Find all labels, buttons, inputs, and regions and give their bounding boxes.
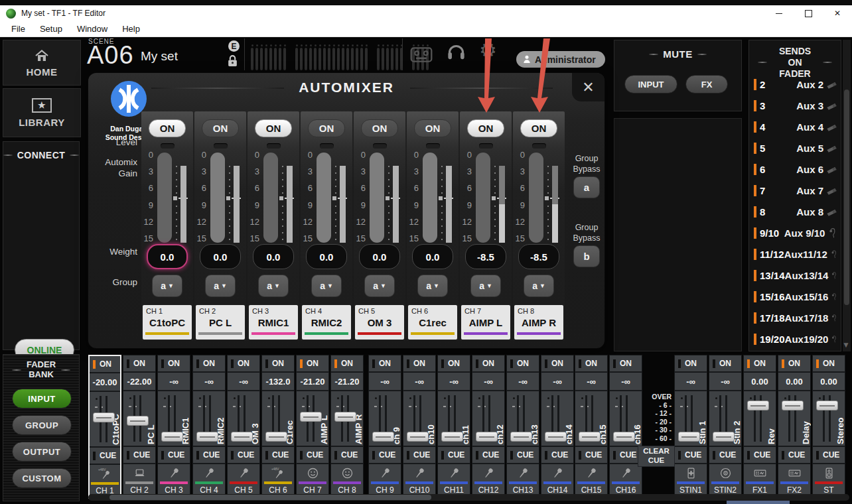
strip-on-button[interactable]: ON <box>709 355 741 373</box>
close-button[interactable]: ✕ <box>823 5 852 21</box>
strip-cue-button[interactable]: CUE <box>123 447 155 464</box>
fader-strip-ch6[interactable]: ON-132.0C1recCUE+48VCH 6 <box>261 355 295 499</box>
group-select-button[interactable]: a▼ <box>417 275 448 297</box>
strip-on-button[interactable]: ON <box>778 355 810 373</box>
fader-strip-stin1[interactable]: ON-∞StIn 1CUESTIN1 <box>674 355 707 499</box>
fader-strip-ch16[interactable]: ON-∞ch16CUECH16 <box>609 355 642 499</box>
strip-on-button[interactable]: ON <box>331 355 363 373</box>
strip-on-button[interactable]: ON <box>228 355 259 373</box>
fader-strip-ch14[interactable]: ON-∞ch14CUECH14 <box>541 355 574 499</box>
fader-knob[interactable] <box>300 412 322 422</box>
strip-on-button[interactable]: ON <box>158 355 190 373</box>
group-bypass-b-button[interactable]: b <box>573 245 600 267</box>
fader-strip-ch13[interactable]: ON-∞ch13CUECH13 <box>506 355 539 499</box>
fader-strip-ch15[interactable]: ON-∞ch15CUECH15 <box>575 355 608 499</box>
send-item-13-14[interactable]: 13/14Aux13/14 <box>749 265 841 286</box>
group-select-button[interactable]: a▼ <box>311 275 342 297</box>
fader-knob[interactable] <box>476 432 498 442</box>
strip-cue-button[interactable]: CUE <box>90 448 120 465</box>
minimize-button[interactable] <box>764 5 794 21</box>
strip-on-button[interactable]: ON <box>813 355 845 373</box>
fader-strip-st[interactable]: ON0.00StereoCUEST <box>812 355 845 499</box>
fader-strip-ch4[interactable]: ON-∞RMIC2CUECH 4 <box>192 355 226 499</box>
strip-on-button[interactable]: ON <box>438 355 470 373</box>
fader-strip-ch10[interactable]: ON-∞ch10CUECH10 <box>403 355 436 499</box>
fader-strip-stin2[interactable]: ON-∞StIn 2CUESTIN2 <box>709 355 742 499</box>
channel-label-box[interactable]: CH 7AIMP L <box>461 305 510 340</box>
fader-strip-ch11[interactable]: ON-∞ch11CUECH11 <box>437 355 470 499</box>
automix-on-button[interactable]: ON <box>202 119 239 137</box>
send-item-19-20[interactable]: 19/20Aux19/20 <box>749 328 841 349</box>
strip-on-button[interactable]: ON <box>90 356 120 373</box>
group-select-button[interactable]: a▼ <box>152 275 182 297</box>
fader-knob[interactable] <box>265 432 287 442</box>
automix-on-button[interactable]: ON <box>255 119 292 137</box>
weight-value-box[interactable]: 0.0 <box>253 244 294 269</box>
fader-bank-input-button[interactable]: INPUT <box>12 389 72 409</box>
send-item-7[interactable]: 7Aux 7 <box>749 180 841 201</box>
channel-label-box[interactable]: CH 1C1toPC <box>143 305 192 340</box>
strip-on-button[interactable]: ON <box>123 355 155 373</box>
group-select-button[interactable]: a▼ <box>364 275 395 297</box>
strip-cue-button[interactable]: CUE <box>369 447 401 464</box>
fader-knob[interactable] <box>816 401 838 410</box>
strip-cue-button[interactable]: CUE <box>403 447 435 464</box>
strip-cue-button[interactable]: CUE <box>262 447 294 464</box>
strip-on-button[interactable]: ON <box>610 355 642 373</box>
sends-scrollbar-thumb[interactable] <box>844 90 849 305</box>
send-item-2[interactable]: 2Aux 2 <box>749 74 841 95</box>
fader-knob[interactable] <box>713 432 735 442</box>
fader-knob[interactable] <box>510 432 532 442</box>
send-item-3[interactable]: 3Aux 3 <box>749 95 841 116</box>
automix-on-button[interactable]: ON <box>520 119 557 137</box>
fader-knob[interactable] <box>747 401 769 410</box>
strip-on-button[interactable]: ON <box>507 355 539 373</box>
maximize-button[interactable] <box>794 5 823 21</box>
send-item-4[interactable]: 4Aux 4 <box>749 116 841 137</box>
strip-cue-button[interactable]: CUE <box>472 447 504 464</box>
fader-strip-ch7[interactable]: ON-21.20AIMP LCUECH 7 <box>296 355 329 499</box>
automix-on-button[interactable]: ON <box>361 119 398 137</box>
strip-cue-button[interactable]: CUE <box>438 447 470 464</box>
fader-knob[interactable] <box>127 416 149 426</box>
channel-label-box[interactable]: CH 5OM 3 <box>355 305 404 340</box>
automix-on-button[interactable]: ON <box>414 119 451 137</box>
strip-cue-button[interactable]: CUE <box>228 447 259 464</box>
fader-strip-fx1[interactable]: ON0.00RevCUEFX1 <box>743 355 776 499</box>
send-item-15-16[interactable]: 15/16Aux15/16 <box>749 286 841 307</box>
fader-strip-ch1[interactable]: ON-20.00C1toPCCUE+48VCH 1 <box>88 355 121 499</box>
weight-value-box[interactable]: 0.0 <box>306 244 347 269</box>
weight-value-box[interactable]: -8.5 <box>518 244 559 269</box>
weight-value-box[interactable]: 0.0 <box>147 244 188 269</box>
strip-cue-button[interactable]: CUE <box>778 447 810 464</box>
scene-id[interactable]: A06 <box>87 41 134 70</box>
menu-window[interactable]: Window <box>70 22 115 36</box>
sidebar-item-library[interactable]: ★ LIBRARY <box>3 88 81 137</box>
fader-bank-output-button[interactable]: OUTPUT <box>12 442 72 462</box>
group-bypass-a-button[interactable]: a <box>573 176 600 198</box>
fader-strip-ch12[interactable]: ON-∞ch12CUECH12 <box>472 355 505 499</box>
strip-on-button[interactable]: ON <box>541 355 573 373</box>
group-select-button[interactable]: a▼ <box>258 275 289 297</box>
strip-on-button[interactable]: ON <box>262 355 294 373</box>
fader-strip-ch3[interactable]: ON-∞RMIC1CUECH 3 <box>157 355 190 499</box>
strip-cue-button[interactable]: CUE <box>507 447 539 464</box>
group-select-button[interactable]: a▼ <box>205 275 236 297</box>
fader-strip-ch9[interactable]: ON-∞ch 9CUECH 9 <box>368 355 401 499</box>
fader-knob[interactable] <box>231 432 253 442</box>
menu-help[interactable]: Help <box>115 22 147 36</box>
strip-on-button[interactable]: ON <box>193 355 225 373</box>
weight-value-box[interactable]: 0.0 <box>359 244 400 269</box>
fader-bank-group-button[interactable]: GROUP <box>12 415 72 435</box>
strip-on-button[interactable]: ON <box>472 355 504 373</box>
fader-strip-fx2[interactable]: ON0.00DelayCUEFX2 <box>778 355 811 499</box>
strip-cue-button[interactable]: CUE <box>813 447 845 464</box>
fader-strip-ch5[interactable]: ON-∞OM 3CUECH 5 <box>227 355 260 499</box>
settings-gear-icon[interactable]: ⚙ <box>479 38 497 62</box>
fader-knob[interactable] <box>372 432 394 442</box>
user-badge[interactable]: Administrator <box>516 51 605 68</box>
menu-setup[interactable]: Setup <box>33 22 70 36</box>
clear-cue-button[interactable]: CLEAR CUE <box>638 446 675 467</box>
strip-on-button[interactable]: ON <box>675 355 707 373</box>
headphones-icon[interactable] <box>446 42 466 64</box>
